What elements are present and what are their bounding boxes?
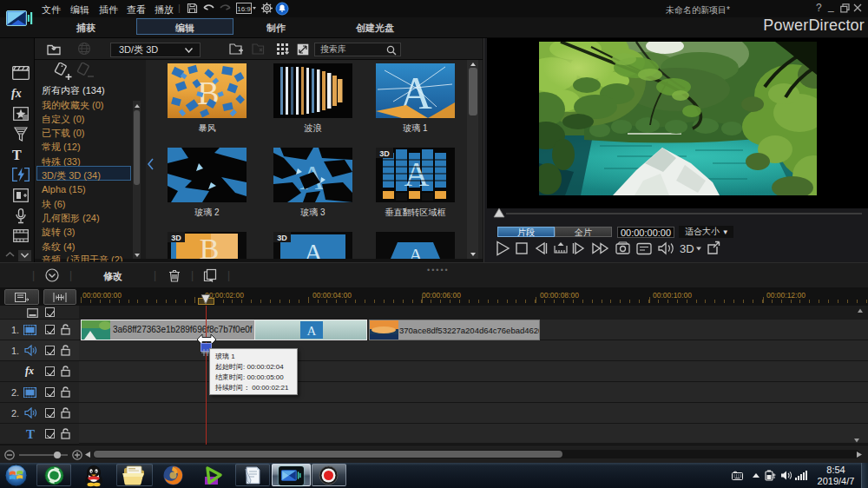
svg-text:3D: 3D: [277, 234, 287, 242]
svg-text:A: A: [307, 324, 317, 338]
svg-text:16:9: 16:9: [237, 5, 251, 13]
svg-text:B: B: [200, 233, 220, 259]
svg-text:A: A: [409, 244, 423, 259]
svg-text:3D: 3D: [379, 149, 390, 158]
svg-text:3D: 3D: [171, 234, 181, 242]
svg-text:A: A: [304, 238, 323, 259]
svg-text:3D: 3D: [680, 242, 694, 255]
